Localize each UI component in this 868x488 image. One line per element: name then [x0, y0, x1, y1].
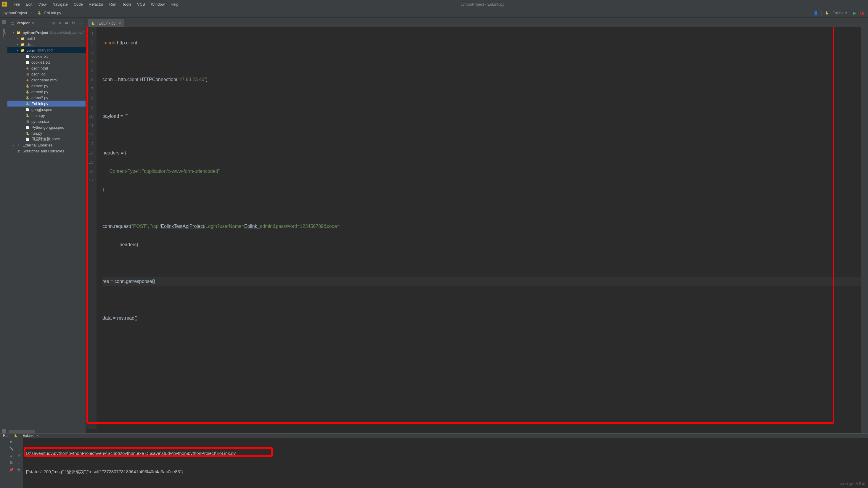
- run-button[interactable]: ▶: [853, 11, 857, 15]
- menu-edit[interactable]: Edit: [23, 1, 35, 7]
- select-opened-icon[interactable]: ⊕: [52, 21, 55, 25]
- tree-folder-venv[interactable]: ▸venvlibrary root: [7, 47, 86, 53]
- stop-icon[interactable]: 🔧: [9, 447, 13, 451]
- line-number[interactable]: 3: [88, 47, 94, 57]
- line-number[interactable]: 17: [88, 176, 94, 185]
- project-tree[interactable]: ▾pythonProjectD:\save\study\python\ ▸bui…: [7, 28, 86, 429]
- line-number[interactable]: 13: [88, 139, 94, 148]
- settings-icon[interactable]: ⚙: [72, 21, 75, 25]
- editor-body[interactable]: 1234567891011121314151617 import http.cl…: [86, 27, 861, 429]
- tree-file[interactable]: demo5.py: [7, 83, 86, 89]
- tree-file[interactable]: gongju.spec: [7, 106, 86, 112]
- tree-scratches[interactable]: ◩Scratches and Consoles: [7, 148, 86, 154]
- expand-all-icon[interactable]: ≡: [59, 21, 61, 25]
- line-number[interactable]: 8: [88, 93, 94, 102]
- tree-root[interactable]: ▾pythonProjectD:\save\study\python\: [7, 30, 86, 35]
- bookmarks-tool-icon[interactable]: [2, 429, 6, 433]
- tree-file[interactable]: csdndemo.html: [7, 77, 86, 83]
- run-config-selector[interactable]: EoLink ▾: [821, 10, 850, 16]
- user-icon[interactable]: 👤: [813, 11, 818, 15]
- tree-file[interactable]: cookie.txt: [7, 53, 86, 59]
- file-icon: [25, 60, 30, 64]
- tree-file[interactable]: cookie1.txt: [7, 59, 86, 65]
- breadcrumb-sep: 〉: [30, 10, 34, 16]
- watermark: CSDN @红目香薰: [839, 482, 865, 486]
- collapse-all-icon[interactable]: ⇄: [65, 21, 68, 25]
- code-editor[interactable]: import http.client conn = http.client.HT…: [96, 27, 861, 429]
- hide-icon[interactable]: —: [79, 21, 83, 25]
- run-panel-header: Run: EoLink ✕: [0, 433, 868, 438]
- line-number[interactable]: 12: [88, 130, 94, 139]
- project-tool-icon[interactable]: [2, 20, 6, 24]
- tree-file[interactable]: demo7.py: [7, 95, 86, 101]
- menu-refactor[interactable]: Refactor: [86, 1, 106, 7]
- tree-file[interactable]: Pythongongju.spec: [7, 124, 86, 130]
- scratches-icon: ◩: [16, 149, 21, 153]
- tree-folder-dist[interactable]: ▸dist: [7, 41, 86, 47]
- menu-code[interactable]: Code: [71, 1, 86, 7]
- line-number[interactable]: 11: [88, 121, 94, 130]
- line-number[interactable]: 10: [88, 111, 94, 121]
- run-toolbar: ▶ 🔧 ≡ 🖶 📌 ↑ ↓ ⏎ ⤓ 🗑: [7, 438, 23, 488]
- run-label: Run:: [3, 433, 10, 438]
- line-number[interactable]: 14: [88, 148, 94, 157]
- menu-window[interactable]: Window: [148, 1, 167, 7]
- tree-scrollbar[interactable]: [7, 429, 86, 433]
- line-gutter[interactable]: 1234567891011121314151617: [86, 27, 96, 429]
- menu-help[interactable]: Help: [167, 1, 182, 7]
- project-title[interactable]: Project: [17, 21, 30, 25]
- line-number[interactable]: 16: [88, 167, 94, 176]
- editor-tab-eolink[interactable]: EoLink.py ✕: [88, 19, 124, 27]
- menu-tools[interactable]: Tools: [119, 1, 134, 7]
- line-number[interactable]: 7: [88, 84, 94, 93]
- line-number[interactable]: 5: [88, 66, 94, 75]
- layout-icon[interactable]: ≡: [10, 454, 12, 458]
- rerun-icon[interactable]: ▶: [10, 440, 13, 444]
- tree-external-libraries[interactable]: ▸⫴External Libraries: [7, 142, 86, 148]
- tree-file[interactable]: 傅里叶变换.spec: [7, 136, 86, 142]
- line-number[interactable]: 9: [88, 102, 94, 111]
- line-number[interactable]: 15: [88, 157, 94, 167]
- tree-file[interactable]: run.py: [7, 130, 86, 136]
- console-output[interactable]: D:\save\study\python\pythonProject\venv\…: [23, 438, 868, 488]
- menu-view[interactable]: View: [35, 1, 50, 7]
- project-tool-label[interactable]: Project: [2, 27, 6, 40]
- dropdown-icon[interactable]: ▾: [32, 21, 34, 26]
- line-number[interactable]: 4: [88, 57, 94, 66]
- print-icon[interactable]: 🖶: [9, 461, 13, 465]
- breadcrumb[interactable]: pythonProject 〉 EoLink.py: [4, 10, 61, 16]
- menu-navigate[interactable]: Navigate: [50, 1, 70, 7]
- clear-icon[interactable]: 🗑: [17, 468, 21, 472]
- line-number[interactable]: 1: [88, 29, 94, 38]
- bookmarks-rail: Bookmarks: [0, 438, 7, 488]
- tree-file[interactable]: demo6.py: [7, 89, 86, 95]
- tab-close-icon[interactable]: ✕: [118, 21, 121, 25]
- menu-run[interactable]: Run: [106, 1, 119, 7]
- tree-file[interactable]: main.py: [7, 112, 86, 118]
- tree-file[interactable]: EoLink.py: [7, 101, 86, 106]
- close-icon[interactable]: ✕: [36, 434, 39, 437]
- wrap-icon[interactable]: ⏎: [18, 454, 21, 458]
- tree-file[interactable]: csdn.html: [7, 65, 86, 71]
- editor-tabs: EoLink.py ✕: [86, 18, 861, 27]
- down-icon[interactable]: ↓: [18, 447, 20, 451]
- scroll-icon[interactable]: ⤓: [18, 461, 21, 465]
- breadcrumb-file[interactable]: EoLink.py: [44, 11, 61, 15]
- menu-file[interactable]: File: [11, 1, 23, 7]
- menu-vcs[interactable]: VCS: [134, 1, 148, 7]
- line-number[interactable]: 6: [88, 75, 94, 84]
- tree-file[interactable]: python.ico: [7, 118, 86, 124]
- root-path: D:\save\study\python\: [50, 31, 84, 35]
- editor-h-scrollbar[interactable]: [86, 429, 861, 433]
- run-config[interactable]: EoLink: [23, 433, 33, 438]
- project-tool-icon: ▤: [10, 21, 14, 26]
- file-icon: [25, 137, 30, 141]
- line-number[interactable]: 2: [88, 38, 94, 47]
- pin-icon[interactable]: 📌: [9, 468, 13, 472]
- tree-folder-build[interactable]: ▸build: [7, 35, 86, 41]
- breadcrumb-project[interactable]: pythonProject: [4, 11, 27, 15]
- tree-file[interactable]: csdn.ico: [7, 71, 86, 77]
- file-icon: [25, 72, 30, 76]
- debug-button[interactable]: 🐞: [860, 11, 864, 15]
- up-icon[interactable]: ↑: [18, 440, 20, 444]
